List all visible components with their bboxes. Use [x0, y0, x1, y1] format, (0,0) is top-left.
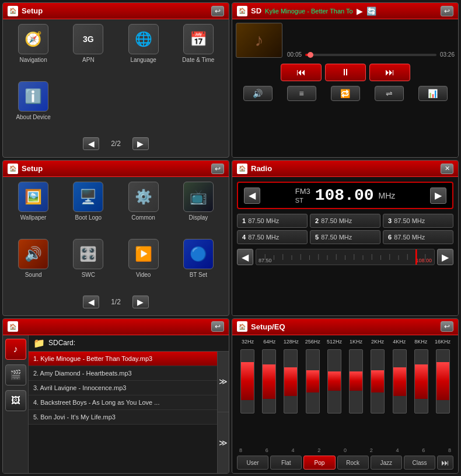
eq-bar-16k[interactable] — [433, 349, 453, 445]
preset-1[interactable]: 1 87.50 MHz — [237, 214, 308, 228]
eq-freq-512: 512Hz — [326, 339, 343, 345]
sound-label: Sound — [25, 272, 42, 278]
apn-label: APN — [82, 57, 95, 63]
prev-track-button[interactable]: ⏮ — [281, 64, 322, 81]
common-icon: ⚙️ — [128, 182, 159, 212]
eq-bar-64[interactable] — [259, 349, 279, 445]
file-item-1[interactable]: 1. Kylie Minogue - Better Than Today.mp3 — [29, 352, 229, 366]
radio-slider-track[interactable]: 87.50 108.00 — [256, 249, 435, 265]
player-back-button[interactable]: ↩ — [441, 6, 453, 16]
scroll-up-button[interactable]: ≫ — [218, 352, 229, 413]
eq-bar-32[interactable] — [237, 349, 257, 445]
eq-back-button[interactable]: ↩ — [441, 321, 453, 332]
eq-content: 32Hz 64Hz 128Hz 256Hz 512Hz 1KHz 2KHz 4K… — [232, 335, 458, 473]
eq-bar-128[interactable] — [281, 349, 301, 445]
shuffle-button[interactable]: ⇌ — [375, 86, 404, 101]
navigation-icon: 🧭 — [18, 24, 48, 54]
eq-preset-pop[interactable]: Pop — [303, 456, 335, 470]
setup1-prev-button[interactable]: ◀ — [83, 296, 99, 308]
eq-scale-4-right: 4 — [396, 447, 399, 453]
radio-close-button[interactable]: ✕ — [441, 164, 453, 174]
radio-unit: MHz — [379, 191, 396, 200]
player-header-left: 🏠 SD Kylie Minogue - Better Than To ▶ 🔄 — [237, 6, 376, 16]
setup1-home-icon[interactable]: 🏠 — [8, 164, 18, 174]
eq-button[interactable]: 📊 — [418, 86, 448, 101]
apn-icon-item[interactable]: 3G APN — [62, 24, 114, 78]
eq-bar-track-256 — [306, 349, 320, 414]
wallpaper-icon-item[interactable]: 🖼️ Wallpaper — [8, 182, 59, 235]
scroll-down-button[interactable]: ≫ — [218, 412, 229, 473]
next-track-button[interactable]: ⏭ — [369, 64, 410, 81]
setup1-title: Setup — [22, 164, 43, 173]
prev-page-button[interactable]: ◀ — [83, 137, 99, 150]
bootlogo-icon-item[interactable]: 🖥️ Boot Logo — [62, 182, 114, 235]
photo-sidebar-button[interactable]: 🖼 — [5, 390, 26, 411]
file-item-3[interactable]: 3. Avril Lavigne - Innocence.mp3 — [29, 381, 229, 395]
display-icon: 📺 — [183, 182, 214, 212]
nav-icon-item[interactable]: 🧭 Navigation — [8, 24, 59, 78]
sd-player-panel: 🏠 SD Kylie Minogue - Better Than To ▶ 🔄 … — [232, 2, 459, 158]
eq-freq-1k: 1KHz — [347, 339, 365, 345]
slider-right-button[interactable]: ▶ — [437, 249, 453, 265]
setup-panel-1: 🏠 Setup ↩ 🖼️ Wallpaper 🖥️ Boot Logo ⚙️ C… — [2, 160, 229, 315]
display-icon-item[interactable]: 📺 Display — [173, 182, 224, 235]
freq-down-button[interactable]: ◀ — [244, 187, 260, 204]
music-sidebar-button[interactable]: ♪ — [5, 339, 26, 360]
player-home-icon[interactable]: 🏠 — [237, 6, 247, 16]
progress-track[interactable] — [305, 54, 436, 56]
eq-preset-jazz[interactable]: Jazz — [371, 456, 402, 470]
eq-bar-1k[interactable] — [345, 349, 366, 445]
home-icon[interactable]: 🏠 — [8, 6, 18, 16]
player-content: ♪ 00:05 03:26 ⏮ ⏸ ⏭ 🔊 ≡ 🔁 — [232, 19, 458, 157]
browser-back-button[interactable]: ↩ — [211, 321, 224, 332]
eq-bar-2k[interactable] — [368, 349, 388, 445]
preset-3[interactable]: 3 87.50 MHz — [383, 214, 453, 228]
file-item-2[interactable]: 2. Amy Diamond - Heartbeats.mp3 — [29, 366, 229, 381]
browser-home-icon[interactable]: 🏠 — [8, 321, 18, 332]
setup2-back-button[interactable]: ↩ — [211, 6, 224, 16]
eq-preset-rock[interactable]: Rock — [337, 456, 369, 470]
preset-6[interactable]: 6 87.50 MHz — [383, 230, 453, 244]
eq-bar-512[interactable] — [324, 349, 344, 445]
btset-icon-item[interactable]: 🔵 BT Set — [173, 239, 224, 293]
freq-up-button[interactable]: ▶ — [430, 187, 446, 204]
eq-skip-button[interactable]: ⏭ — [437, 456, 453, 470]
eq-bar-track-4k — [393, 349, 407, 414]
eq-bar-8k[interactable] — [411, 349, 431, 445]
about-icon-item[interactable]: ℹ️ About Device — [8, 81, 59, 135]
video-icon-item[interactable]: ▶️ Video — [118, 239, 169, 293]
bootlogo-label: Boot Logo — [75, 214, 102, 221]
setup1-next-button[interactable]: ▶ — [132, 296, 149, 308]
setup1-back-button[interactable]: ↩ — [211, 164, 224, 174]
setup1-header-left: 🏠 Setup — [8, 164, 43, 174]
eq-scale-2-right: 2 — [370, 447, 373, 453]
pause-button[interactable]: ⏸ — [325, 64, 366, 81]
btset-label: BT Set — [190, 272, 207, 278]
eq-bar-fill-512 — [328, 371, 341, 390]
repeat-button[interactable]: 🔁 — [331, 86, 360, 101]
video-sidebar-button[interactable]: 🎬 — [5, 364, 26, 385]
preset-4[interactable]: 4 87.50 MHz — [237, 230, 308, 244]
radio-home-icon[interactable]: 🏠 — [237, 164, 247, 174]
eq-home-icon[interactable]: 🏠 — [237, 321, 247, 332]
sound-icon-item[interactable]: 🔊 Sound — [8, 239, 59, 293]
slider-left-button[interactable]: ◀ — [237, 249, 253, 265]
eq-preset-flat[interactable]: Flat — [270, 456, 302, 470]
playlist-button[interactable]: ≡ — [287, 86, 316, 101]
datetime-icon-item[interactable]: 📅 Date & Time — [173, 24, 224, 78]
eq-bar-track-8k — [414, 349, 428, 414]
volume-button[interactable]: 🔊 — [243, 86, 273, 101]
eq-bar-4k[interactable] — [389, 349, 410, 445]
eq-preset-class[interactable]: Class — [404, 456, 435, 470]
language-icon-item[interactable]: 🌐 Language — [118, 24, 169, 78]
swc-icon-item[interactable]: 🎛️ SWC — [62, 239, 114, 293]
preset-5[interactable]: 5 87.50 MHz — [310, 230, 380, 244]
preset-2[interactable]: 2 87.50 MHz — [310, 214, 380, 228]
file-item-5[interactable]: 5. Bon Jovi - It's My Life.mp3 — [29, 410, 229, 425]
eq-preset-user[interactable]: User — [237, 456, 268, 470]
common-icon-item[interactable]: ⚙️ Common — [118, 182, 169, 235]
eq-bar-256[interactable] — [302, 349, 323, 445]
next-page-button[interactable]: ▶ — [132, 137, 149, 150]
file-item-4[interactable]: 4. Backstreet Boys - As Long as You Love… — [29, 395, 229, 410]
eq-scale-6: 6 — [266, 447, 268, 453]
